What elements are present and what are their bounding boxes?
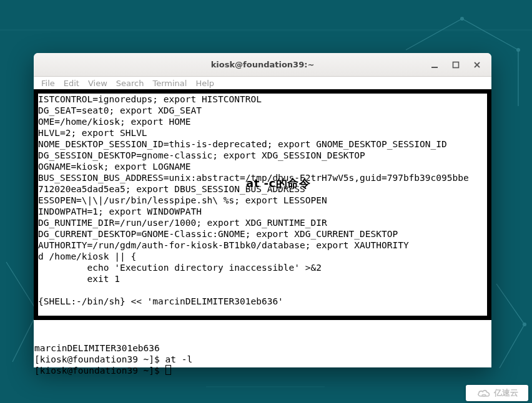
window-controls: [430, 53, 486, 76]
window-title: kiosk@foundation39:~: [211, 60, 315, 69]
svg-rect-14: [453, 62, 459, 67]
maximize-button[interactable]: [451, 61, 460, 69]
svg-rect-13: [431, 67, 438, 68]
watermark-text: 亿速云: [494, 387, 518, 399]
terminal-output-below: marcinDELIMITER301eb636 [kiosk@foundatio…: [34, 331, 491, 367]
terminal-cursor: [165, 365, 171, 375]
annotation-overlay: at -c的命令: [246, 176, 310, 191]
menu-terminal[interactable]: Terminal: [149, 79, 190, 88]
svg-line-8: [496, 284, 525, 324]
svg-point-17: [482, 394, 486, 396]
minimize-button[interactable]: [430, 61, 439, 69]
svg-point-3: [460, 17, 464, 21]
svg-point-4: [516, 48, 520, 52]
menu-edit[interactable]: Edit: [60, 79, 83, 88]
terminal-window: kiosk@foundation39:~ File Edit View Sear…: [34, 53, 491, 367]
svg-line-2: [406, 19, 462, 50]
svg-line-0: [462, 19, 518, 50]
svg-line-9: [500, 324, 525, 368]
window-titlebar[interactable]: kiosk@foundation39:~: [34, 53, 491, 77]
terminal-body[interactable]: ISTCONTROL=ignoredups; export HISTCONTRO…: [34, 89, 491, 367]
svg-point-10: [523, 323, 526, 326]
menu-view[interactable]: View: [84, 79, 111, 88]
svg-line-5: [6, 262, 37, 312]
watermark-badge: 亿速云: [466, 385, 528, 401]
menu-help[interactable]: Help: [192, 79, 218, 88]
cloud-icon: [476, 388, 491, 398]
menubar: File Edit View Search Terminal Help: [34, 77, 491, 89]
close-button[interactable]: [473, 61, 481, 69]
menu-file[interactable]: File: [37, 79, 59, 88]
terminal-output-framed: ISTCONTROL=ignoredups; export HISTCONTRO…: [34, 89, 491, 320]
menu-search[interactable]: Search: [112, 79, 148, 88]
